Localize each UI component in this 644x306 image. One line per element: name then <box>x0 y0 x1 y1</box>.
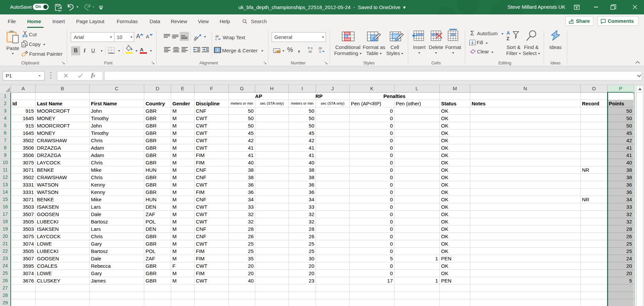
svg-text:A: A <box>506 30 510 36</box>
svg-text:ab: ab <box>194 35 199 42</box>
svg-text:0: 0 <box>311 47 313 50</box>
svg-text:0: 0 <box>319 50 321 53</box>
svg-text:.00: .00 <box>308 50 312 53</box>
svg-text:Z: Z <box>506 36 509 41</box>
svg-text:.00: .00 <box>318 47 322 50</box>
svg-text:c: c <box>215 38 217 41</box>
